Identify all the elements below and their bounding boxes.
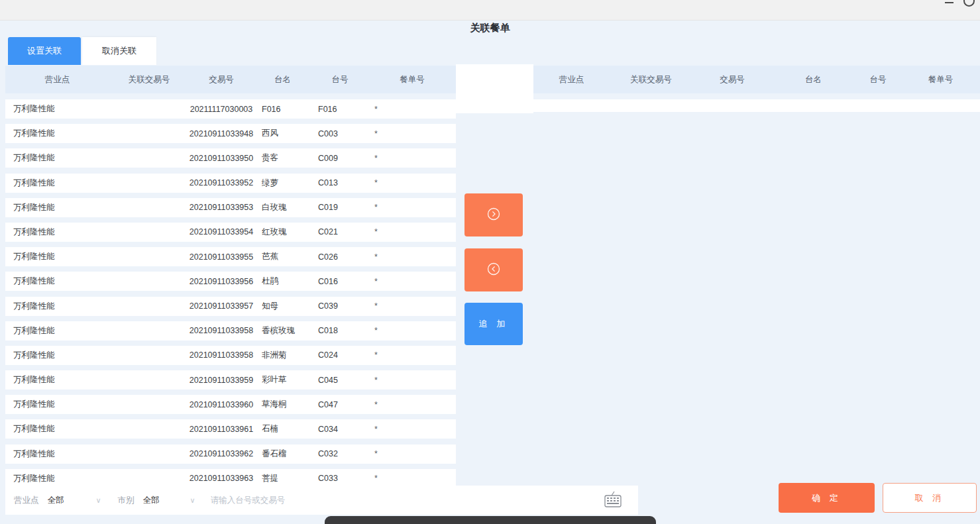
right-table-empty-row xyxy=(533,99,980,112)
cell-table_no: C039 xyxy=(311,301,368,311)
cell-menu_no: * xyxy=(368,277,456,286)
filter-bar: 营业点 全部 ∨ 市别 全部 ∨ 请输入台号或交易号 xyxy=(5,486,638,515)
cell-table_name: 西风 xyxy=(254,128,311,139)
table-row[interactable]: 万利隆性能20210911033956杜鹃C016* xyxy=(5,272,456,291)
cell-business_point: 万利隆性能 xyxy=(5,202,109,213)
cell-table_name: 草海桐 xyxy=(254,399,311,410)
table-row[interactable]: 万利隆性能20210911033950贵客C009* xyxy=(5,148,456,168)
column-header: 餐单号 xyxy=(368,74,456,85)
cell-menu_no: * xyxy=(368,376,456,385)
page-title: 关联餐单 xyxy=(0,22,980,34)
table-divider xyxy=(456,64,533,113)
cell-table_name: 红玫瑰 xyxy=(254,227,311,238)
table-row[interactable]: 万利隆性能20210911033958香槟玫瑰C018* xyxy=(5,321,456,341)
cell-trans_no: 20210911033957 xyxy=(189,301,254,311)
cell-trans_no: 20210911033954 xyxy=(189,227,254,236)
cell-business_point: 万利隆性能 xyxy=(5,325,109,337)
cell-table_no: C013 xyxy=(311,178,368,187)
left-table-header: 营业点关联交易号交易号台名台号餐单号 xyxy=(5,66,456,93)
cell-table_no: C026 xyxy=(311,252,368,262)
tab-set-link[interactable]: 设置关联 xyxy=(8,37,81,65)
append-button[interactable]: 追 加 xyxy=(464,303,523,345)
column-header: 台名 xyxy=(772,74,855,85)
table-row[interactable]: 万利隆性能20210911033962番石榴C032* xyxy=(5,445,456,464)
cell-menu_no: * xyxy=(368,154,456,163)
cell-menu_no: * xyxy=(368,474,456,483)
window-top-bar xyxy=(0,0,980,21)
table-row[interactable]: 万利隆性能20210911033948西风C003* xyxy=(5,124,456,143)
cell-trans_no: 20211117030003 xyxy=(189,105,254,114)
cell-table_no: F016 xyxy=(311,105,368,114)
column-header: 交易号 xyxy=(189,74,254,85)
cell-table_name: 杜鹃 xyxy=(254,276,311,287)
cell-trans_no: 20210911033958 xyxy=(189,350,254,360)
business-point-select[interactable]: 全部 xyxy=(48,495,64,506)
cell-menu_no: * xyxy=(368,350,456,360)
column-header: 关联交易号 xyxy=(610,74,692,85)
column-header: 台名 xyxy=(254,74,311,85)
cell-table_no: C024 xyxy=(311,350,368,360)
cell-table_name: 番石榴 xyxy=(254,448,311,460)
cell-menu_no: * xyxy=(368,129,456,138)
right-table-header: 营业点关联交易号交易号台名台号餐单号 xyxy=(533,66,980,93)
search-input[interactable]: 请输入台号或交易号 xyxy=(211,495,286,506)
keyboard-icon[interactable] xyxy=(601,490,625,510)
cell-business_point: 万利隆性能 xyxy=(5,103,109,115)
column-header: 交易号 xyxy=(692,74,772,85)
table-row[interactable]: 万利隆性能20210911033960草海桐C047* xyxy=(5,395,456,414)
chevron-down-icon[interactable]: ∨ xyxy=(96,496,101,505)
business-point-label: 营业点 xyxy=(14,495,39,506)
cell-menu_no: * xyxy=(368,178,456,187)
cell-business_point: 万利隆性能 xyxy=(5,350,109,361)
table-row[interactable]: 万利隆性能20211117030003F016F016* xyxy=(5,99,456,119)
cell-table_no: C032 xyxy=(311,449,368,458)
cell-business_point: 万利隆性能 xyxy=(5,423,109,435)
cell-trans_no: 20210911033955 xyxy=(189,252,254,262)
table-row[interactable]: 万利隆性能20210911033959彩叶草C045* xyxy=(5,370,456,390)
cell-table_no: C047 xyxy=(311,400,368,409)
cell-table_no: C019 xyxy=(311,203,368,212)
chevron-down-icon[interactable]: ∨ xyxy=(190,496,195,505)
cell-table_name: 绿萝 xyxy=(254,178,311,189)
cell-business_point: 万利隆性能 xyxy=(5,276,109,287)
cancel-button[interactable]: 取 消 xyxy=(883,483,977,513)
cell-menu_no: * xyxy=(368,425,456,434)
left-table-body: 万利隆性能20211117030003F016F016*万利隆性能2021091… xyxy=(5,99,456,494)
cell-trans_no: 20210911033963 xyxy=(189,474,254,483)
cell-table_name: 菩提 xyxy=(254,473,311,484)
move-left-button[interactable] xyxy=(464,248,523,291)
cell-menu_no: * xyxy=(368,203,456,212)
table-row[interactable]: 万利隆性能20210911033953白玫瑰C019* xyxy=(5,198,456,217)
table-row[interactable]: 万利隆性能20210911033961石楠C034* xyxy=(5,419,456,439)
cell-business_point: 万利隆性能 xyxy=(5,152,109,164)
move-right-button[interactable] xyxy=(464,193,523,236)
cell-trans_no: 20210911033953 xyxy=(189,203,254,212)
cell-trans_no: 20210911033956 xyxy=(189,277,254,286)
table-row[interactable]: 万利隆性能20210911033954红玫瑰C021* xyxy=(5,223,456,242)
cell-business_point: 万利隆性能 xyxy=(5,178,109,189)
cell-menu_no: * xyxy=(368,400,456,409)
shift-select[interactable]: 全部 xyxy=(143,495,160,506)
window-close-icon[interactable] xyxy=(963,0,975,7)
cell-table_name: 彩叶草 xyxy=(254,374,311,386)
cell-trans_no: 20210911033962 xyxy=(189,449,254,458)
cell-trans_no: 20210911033961 xyxy=(189,425,254,434)
cell-table_name: 白玫瑰 xyxy=(254,202,311,213)
column-header: 关联交易号 xyxy=(109,74,189,85)
cell-table_no: C045 xyxy=(311,376,368,385)
link-menu-dialog: 关联餐单 设置关联 取消关联 营业点关联交易号交易号台名台号餐单号 营业点关联交… xyxy=(0,0,980,524)
column-header: 营业点 xyxy=(533,74,610,85)
cell-table_name: 贵客 xyxy=(254,152,311,164)
table-row[interactable]: 万利隆性能20210911033958非洲菊C024* xyxy=(5,346,456,365)
table-row[interactable]: 万利隆性能20210911033957知母C039* xyxy=(5,297,456,316)
confirm-button[interactable]: 确 定 xyxy=(779,483,875,513)
table-row[interactable]: 万利隆性能20210911033955芭蕉C026* xyxy=(5,247,456,266)
cell-menu_no: * xyxy=(368,326,456,335)
cell-trans_no: 20210911033952 xyxy=(189,178,254,187)
table-row[interactable]: 万利隆性能20210911033952绿萝C013* xyxy=(5,174,456,193)
cell-business_point: 万利隆性能 xyxy=(5,301,109,312)
column-header: 餐单号 xyxy=(901,74,980,85)
column-header: 营业点 xyxy=(5,74,109,85)
window-minimize-icon[interactable] xyxy=(945,2,953,3)
tab-cancel-link[interactable]: 取消关联 xyxy=(82,37,156,65)
